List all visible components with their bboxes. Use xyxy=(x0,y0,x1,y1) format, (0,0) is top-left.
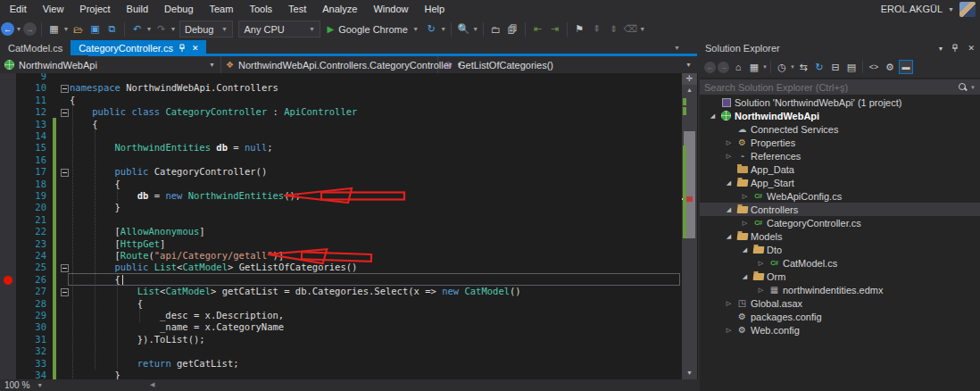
code-editor[interactable]: 9101112131415161718192021222324252627282… xyxy=(0,73,698,379)
member-dropdown[interactable]: ◎ GetListOfCategories() ▼ xyxy=(438,56,697,73)
expanded-arrow-icon[interactable]: ◢ xyxy=(723,233,735,240)
toggle-bookmark-icon[interactable]: ⚑ xyxy=(572,21,587,37)
code-line-31[interactable]: }).ToList(); xyxy=(137,334,205,345)
collapsed-arrow-icon[interactable]: ▷ xyxy=(723,139,735,146)
tree-item-catmodel-cs[interactable]: ▷C#CatModel.cs xyxy=(700,256,980,270)
open-file-icon[interactable]: 🗁 xyxy=(71,21,86,37)
collapsed-arrow-icon[interactable]: ▷ xyxy=(755,287,767,294)
collapsed-arrow-icon[interactable]: ▷ xyxy=(739,220,751,227)
save-icon[interactable]: ▣ xyxy=(87,21,103,37)
tree-item-connected-services[interactable]: ☁Connected Services xyxy=(700,122,980,136)
tree-item-northwindentities-edmx[interactable]: ▷▦northwindentities.edmx xyxy=(700,283,980,296)
expanded-arrow-icon[interactable]: ◢ xyxy=(707,112,718,120)
fold-collapse-icon[interactable] xyxy=(61,109,69,117)
solution-explorer-titlebar[interactable]: Solution Explorer ▼ ✕ xyxy=(700,40,980,56)
toolbar-overflow-icon[interactable]: ▼ xyxy=(639,26,646,32)
user-avatar[interactable] xyxy=(959,2,976,17)
code-line-13[interactable]: { xyxy=(92,119,97,130)
collapsed-arrow-icon[interactable]: ▷ xyxy=(723,153,735,160)
home-icon[interactable]: ⌂ xyxy=(731,60,745,74)
document-well-dropdown-icon[interactable]: ▼ xyxy=(674,45,680,51)
code-line-20[interactable]: } xyxy=(115,202,120,213)
scroll-down-icon[interactable]: ▼ xyxy=(682,370,697,376)
fold-collapse-icon[interactable] xyxy=(61,169,69,177)
collapsed-arrow-icon[interactable]: ▷ xyxy=(723,300,735,307)
scroll-left-icon[interactable]: ◀ xyxy=(150,381,154,388)
uncomment-icon[interactable]: 🗐 xyxy=(505,21,520,37)
decrease-indent-icon[interactable]: ⇤ xyxy=(530,21,545,37)
fold-collapse-icon[interactable] xyxy=(61,264,69,272)
properties-icon[interactable]: ⚙ xyxy=(883,60,897,74)
tree-item-models[interactable]: ◢Models xyxy=(700,229,980,243)
tree-item-web-config[interactable]: ▷⚙Web.config xyxy=(700,323,980,337)
restart-icon[interactable]: ↻ xyxy=(424,21,439,37)
breakpoint-indicator[interactable] xyxy=(4,276,12,285)
new-project-dropdown-icon[interactable]: ▼ xyxy=(62,26,70,32)
solution-configuration-select[interactable]: Debug ▼ xyxy=(179,21,233,37)
code-line-18[interactable]: { xyxy=(115,179,120,190)
window-position-dropdown-icon[interactable]: ▼ xyxy=(938,46,944,52)
close-icon[interactable]: ✕ xyxy=(192,44,199,53)
search-input[interactable] xyxy=(704,82,958,93)
tree-item-northwindwebapi[interactable]: ◢NorthwindWebApi xyxy=(700,109,980,122)
expanded-arrow-icon[interactable]: ◢ xyxy=(739,273,751,280)
restart-dropdown-icon[interactable]: ▼ xyxy=(440,26,447,32)
tree-item-references[interactable]: ▷▪▪References xyxy=(700,149,980,162)
collapsed-arrow-icon[interactable]: ▷ xyxy=(755,260,767,267)
vertical-scrollbar[interactable]: ✛ ▲ ▼ xyxy=(682,73,697,379)
navigate-back-icon[interactable]: ← xyxy=(1,22,14,36)
menu-item-tools[interactable]: Tools xyxy=(241,1,280,17)
project-dropdown[interactable]: NorthwindWebApi ▼ xyxy=(0,56,221,73)
increase-indent-icon[interactable]: ⇥ xyxy=(547,21,562,37)
chevron-down-icon[interactable]: ▼ xyxy=(970,85,976,90)
tree-item-categorycontroller-cs[interactable]: ▷C#CategoryController.cs xyxy=(700,216,980,229)
new-project-icon[interactable]: ▦ xyxy=(46,21,62,37)
search-icon[interactable] xyxy=(958,82,968,92)
code-line-17[interactable]: public CategoryController() xyxy=(115,166,268,178)
code-line-19[interactable]: db = new NorthwindEntities(); xyxy=(137,190,301,202)
fold-collapse-icon[interactable] xyxy=(61,288,69,296)
collapse-all-icon[interactable]: ⊟ xyxy=(828,60,843,74)
code-line-22[interactable]: [AllowAnonymous] xyxy=(115,226,205,237)
navigate-forward-icon[interactable]: → xyxy=(23,22,37,36)
menu-item-project[interactable]: Project xyxy=(71,1,118,17)
code-line-27[interactable]: List<CatModel> getCatList = db.Categorie… xyxy=(137,286,521,297)
collapsed-arrow-icon[interactable]: ▷ xyxy=(739,193,751,200)
code-line-11[interactable]: { xyxy=(70,95,75,106)
menu-item-team[interactable]: Team xyxy=(202,1,242,17)
split-editor-handle[interactable]: ✛ xyxy=(682,73,697,85)
code-line-10[interactable]: namespace NorthwindWebApi.Controllers xyxy=(70,82,278,94)
zoom-level-select[interactable]: 100 % xyxy=(0,380,29,390)
navigate-back-dropdown-icon[interactable]: ▼ xyxy=(15,26,22,32)
menu-item-view[interactable]: View xyxy=(35,1,72,17)
start-debugging-button[interactable]: ▶ Google Chrome ▼ xyxy=(327,24,419,35)
code-line-24[interactable]: [Route("api/Category/getall")] xyxy=(115,250,285,262)
code-line-23[interactable]: [HttpGet] xyxy=(115,238,166,250)
menu-item-debug[interactable]: Debug xyxy=(156,1,201,17)
type-dropdown[interactable]: ❖ NorthwindWebApi.Controllers.CategoryCo… xyxy=(221,56,438,73)
fold-collapse-icon[interactable] xyxy=(61,85,69,93)
preview-selected-items-icon[interactable]: ▬ xyxy=(899,60,913,74)
code-line-33[interactable]: return getCatList; xyxy=(137,358,239,370)
account-area[interactable]: EROL AKGÜL ▼ xyxy=(881,2,980,17)
code-line-12[interactable]: public class CategoryController : ApiCon… xyxy=(92,106,357,118)
refresh-icon[interactable]: ↻ xyxy=(812,60,826,74)
tree-item-controllers[interactable]: ◢Controllers xyxy=(700,203,980,216)
pin-icon[interactable] xyxy=(951,44,959,53)
menu-item-analyze[interactable]: Analyze xyxy=(314,1,365,17)
code-line-34[interactable]: } xyxy=(115,370,120,379)
menu-item-window[interactable]: Window xyxy=(365,1,416,17)
expanded-arrow-icon[interactable]: ◢ xyxy=(739,246,751,254)
expanded-arrow-icon[interactable]: ◢ xyxy=(723,206,735,213)
tree-item-solution-northwindwebapi-1-project-[interactable]: Solution 'NorthwindWebApi' (1 project) xyxy=(700,96,980,109)
tree-item-app-data[interactable]: App_Data xyxy=(700,162,980,176)
solution-platform-select[interactable]: Any CPU ▼ xyxy=(238,21,320,37)
comment-icon[interactable]: 🗀 xyxy=(488,21,503,37)
code-line-15[interactable]: NorthwindEntities db = null; xyxy=(115,142,273,154)
collapsed-arrow-icon[interactable]: ▷ xyxy=(723,327,735,334)
close-icon[interactable]: ✕ xyxy=(968,44,975,53)
tree-item-properties[interactable]: ▷⚙Properties xyxy=(700,136,980,149)
menu-item-build[interactable]: Build xyxy=(119,1,156,17)
tree-item-packages-config[interactable]: ⚙packages.config xyxy=(700,310,980,323)
undo-icon[interactable]: ↶ xyxy=(129,21,145,37)
